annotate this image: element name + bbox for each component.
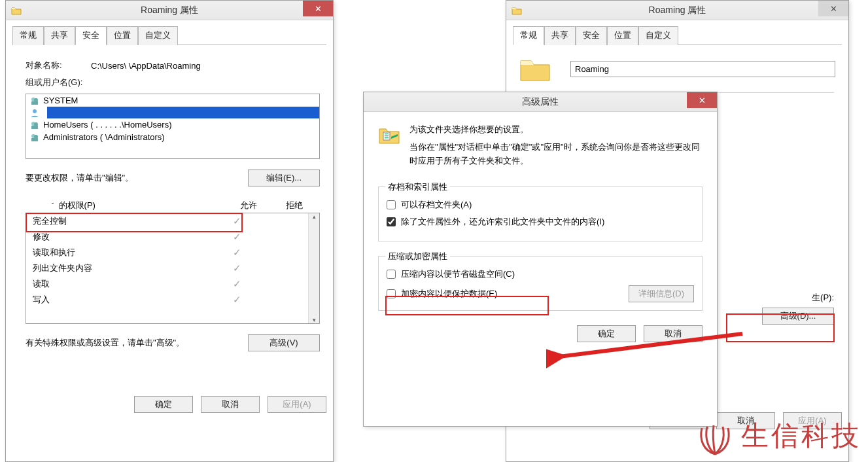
perm-name: 读取 bbox=[33, 278, 214, 290]
group-icon bbox=[30, 96, 39, 105]
tab-sharing[interactable]: 共享 bbox=[44, 26, 75, 45]
users-listbox[interactable]: SYSTEM HomeUsers ( . . . . . .\HomeUsers… bbox=[26, 94, 320, 159]
tab-general[interactable]: 常规 bbox=[513, 26, 544, 45]
tab-security[interactable]: 安全 bbox=[75, 26, 107, 45]
folder-icon bbox=[11, 6, 22, 15]
user-icon bbox=[30, 108, 39, 117]
tab-sharing[interactable]: 共享 bbox=[544, 26, 576, 45]
user-row-system[interactable]: SYSTEM bbox=[26, 94, 319, 107]
folder-icon bbox=[512, 6, 522, 15]
settings-folder-icon bbox=[378, 124, 400, 146]
edit-hint: 要更改权限，请单击"编辑"。 bbox=[26, 172, 133, 184]
cancel-button[interactable]: 取消 bbox=[716, 412, 775, 429]
properties-window-security: Roaming 属性 ✕ 常规 共享 安全 位置 自定义 对象名称: C:\Us… bbox=[5, 0, 334, 462]
advanced-hint: 有关特殊权限或高级设置，请单击"高级"。 bbox=[26, 337, 184, 349]
close-button[interactable]: ✕ bbox=[303, 1, 333, 16]
svg-rect-11 bbox=[385, 133, 389, 134]
cb-encrypt-input[interactable] bbox=[387, 289, 396, 298]
cb-compress-input[interactable] bbox=[387, 270, 396, 279]
group-icon bbox=[30, 133, 39, 142]
allow-check-icon: ✓ bbox=[214, 294, 260, 306]
allow-check-icon: ✓ bbox=[214, 215, 260, 227]
tab-strip: 常规 共享 安全 位置 自定义 bbox=[513, 26, 842, 45]
svg-rect-9 bbox=[31, 138, 38, 141]
allow-check-icon: ✓ bbox=[214, 231, 260, 243]
dialog-title: 高级属性 bbox=[364, 96, 717, 108]
close-button[interactable]: ✕ bbox=[818, 1, 848, 16]
scrollbar[interactable] bbox=[308, 213, 319, 323]
tab-location[interactable]: 位置 bbox=[107, 26, 138, 45]
titlebar[interactable]: 高级属性 ✕ bbox=[364, 92, 717, 112]
permissions-header: ˘ 的权限(P) 允许 拒绝 bbox=[26, 198, 320, 213]
attributes-label-partial: 生(P): bbox=[812, 292, 834, 304]
object-name-label: 对象名称: bbox=[26, 60, 91, 71]
svg-rect-13 bbox=[385, 137, 389, 138]
tab-location[interactable]: 位置 bbox=[607, 26, 638, 45]
perm-name: 修改 bbox=[33, 231, 214, 243]
user-row-homeusers[interactable]: HomeUsers ( . . . . . .\HomeUsers) bbox=[26, 118, 319, 131]
advanced-attributes-dialog: 高级属性 ✕ 为该文件夹选择你想要的设置。 当你在"属性"对话框中单击"确定"或… bbox=[363, 92, 718, 427]
permission-row[interactable]: 列出文件夹内容✓ bbox=[26, 260, 308, 276]
cancel-button[interactable]: 取消 bbox=[644, 325, 703, 342]
perm-name: 读取和执行 bbox=[33, 247, 214, 258]
tab-security[interactable]: 安全 bbox=[576, 26, 607, 45]
svg-rect-12 bbox=[385, 135, 389, 136]
perm-name: 完全控制 bbox=[33, 215, 214, 227]
allow-check-icon: ✓ bbox=[214, 247, 260, 258]
svg-rect-2 bbox=[31, 101, 38, 105]
ok-button[interactable]: 确定 bbox=[577, 325, 636, 342]
cb-index[interactable]: 除了文件属性外，还允许索引此文件夹中文件的内容(I) bbox=[387, 216, 694, 228]
close-button[interactable]: ✕ bbox=[687, 92, 717, 108]
cancel-button[interactable]: 取消 bbox=[201, 396, 260, 413]
perm-name: 列出文件夹内容 bbox=[33, 262, 214, 274]
cb-archive[interactable]: 可以存档文件夹(A) bbox=[387, 199, 694, 211]
ok-button[interactable]: 确定 bbox=[134, 396, 193, 413]
user-row-current[interactable] bbox=[26, 107, 319, 118]
svg-rect-6 bbox=[31, 126, 38, 129]
permission-row[interactable]: 写入✓ bbox=[26, 292, 308, 308]
tab-general[interactable]: 常规 bbox=[12, 26, 44, 45]
folder-name-input[interactable]: Roaming bbox=[570, 61, 835, 77]
apply-button[interactable]: 应用(A) bbox=[783, 412, 842, 429]
titlebar[interactable]: Roaming 属性 ✕ bbox=[506, 1, 848, 20]
advanced-attributes-button[interactable]: 高级(D)... bbox=[762, 308, 834, 325]
archive-index-group: 存档和索引属性 可以存档文件夹(A) 除了文件属性外，还允许索引此文件夹中文件的… bbox=[378, 187, 703, 241]
allow-check-icon: ✓ bbox=[214, 262, 260, 274]
svg-point-3 bbox=[33, 109, 37, 113]
object-path: C:\Users\ \AppData\Roaming bbox=[91, 61, 201, 71]
user-row-administrators[interactable]: Administrators ( \Administrators) bbox=[26, 131, 319, 143]
compress-encrypt-group: 压缩或加密属性 压缩内容以便节省磁盘空间(C) 加密内容以便保护数据(E) 详细… bbox=[378, 256, 703, 311]
folder-large-icon bbox=[519, 56, 551, 82]
edit-button[interactable]: 编辑(E)... bbox=[248, 169, 320, 187]
advanced-button[interactable]: 高级(V) bbox=[248, 334, 320, 351]
details-button[interactable]: 详细信息(D) bbox=[629, 285, 694, 302]
titlebar[interactable]: Roaming 属性 ✕ bbox=[6, 1, 333, 20]
group-title-archive: 存档和索引属性 bbox=[385, 181, 450, 193]
groups-users-label: 组或用户名(G): bbox=[26, 77, 82, 88]
permission-row[interactable]: 读取✓ bbox=[26, 276, 308, 292]
dialog-subheading: 当你在"属性"对话框中单击"确定"或"应用"时，系统会询问你是否将这些更改同时应… bbox=[409, 141, 703, 168]
tab-strip: 常规 共享 安全 位置 自定义 bbox=[12, 26, 326, 45]
cb-index-input[interactable] bbox=[387, 217, 396, 226]
permissions-listbox[interactable]: 完全控制✓修改✓读取和执行✓列出文件夹内容✓读取✓写入✓ bbox=[26, 213, 320, 324]
permission-row[interactable]: 读取和执行✓ bbox=[26, 245, 308, 260]
tab-customize[interactable]: 自定义 bbox=[638, 26, 678, 45]
apply-button[interactable]: 应用(A) bbox=[268, 396, 326, 413]
group-title-compress: 压缩或加密属性 bbox=[385, 251, 450, 262]
cb-archive-input[interactable] bbox=[387, 200, 396, 209]
tab-customize[interactable]: 自定义 bbox=[138, 26, 178, 45]
window-title: Roaming 属性 bbox=[6, 5, 333, 16]
permission-row[interactable]: 修改✓ bbox=[26, 229, 308, 245]
window-title: Roaming 属性 bbox=[506, 5, 848, 16]
dialog-heading: 为该文件夹选择你想要的设置。 bbox=[409, 124, 703, 135]
cb-compress[interactable]: 压缩内容以便节省磁盘空间(C) bbox=[387, 268, 694, 280]
perm-name: 写入 bbox=[33, 294, 214, 306]
allow-check-icon: ✓ bbox=[214, 278, 260, 290]
cb-encrypt[interactable]: 加密内容以便保护数据(E) bbox=[387, 288, 616, 300]
permission-row[interactable]: 完全控制✓ bbox=[26, 213, 308, 229]
group-icon bbox=[30, 120, 39, 130]
